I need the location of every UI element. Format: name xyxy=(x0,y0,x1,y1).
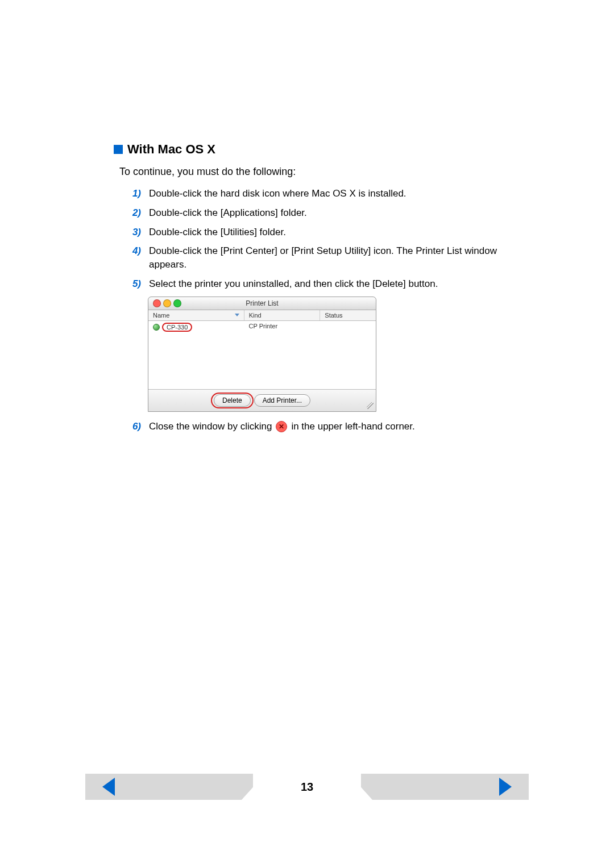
add-printer-button[interactable]: Add Printer... xyxy=(254,394,310,407)
step-item: 4) Double-click the [Print Center] or [P… xyxy=(125,244,529,272)
column-header-status[interactable]: Status xyxy=(320,310,376,320)
close-window-icon: ✕ xyxy=(276,421,287,432)
step-text: Double-click the hard disk icon where Ma… xyxy=(149,187,529,201)
step-number: 2) xyxy=(125,206,141,220)
resize-grip-icon[interactable] xyxy=(367,402,374,409)
column-header-kind[interactable]: Kind xyxy=(244,310,321,320)
embedded-screenshot: Printer List Name Kind Status CP-330 CP … xyxy=(148,297,529,412)
printer-list-window: Printer List Name Kind Status CP-330 CP … xyxy=(148,297,376,412)
nav-left-segment xyxy=(85,774,253,800)
steps-list: 1) Double-click the hard disk icon where… xyxy=(125,187,529,291)
close-icon[interactable] xyxy=(153,299,161,307)
cell-status xyxy=(320,323,376,332)
step-number: 1) xyxy=(125,187,141,201)
cell-name: CP-330 xyxy=(148,323,244,332)
step-text: Double-click the [Applications] folder. xyxy=(149,206,529,220)
step-item: 2) Double-click the [Applications] folde… xyxy=(125,206,529,220)
page-number: 13 xyxy=(301,781,313,794)
next-page-icon[interactable] xyxy=(499,778,512,796)
step-text: Double-click the [Print Center] or [Prin… xyxy=(149,244,529,272)
nav-right-segment xyxy=(361,774,529,800)
table-row[interactable]: CP-330 CP Printer xyxy=(148,321,376,333)
step-text: Close the window by clicking ✕ in the up… xyxy=(149,420,529,433)
step-text: Double-click the [Utilities] folder. xyxy=(149,226,529,239)
previous-page-icon[interactable] xyxy=(102,778,115,796)
step-number: 6) xyxy=(125,420,141,433)
step-number: 5) xyxy=(125,277,141,291)
delete-button-highlight: Delete xyxy=(214,394,251,407)
column-header-name[interactable]: Name xyxy=(148,310,244,320)
window-titlebar: Printer List xyxy=(148,297,376,310)
page-number-notch: 13 xyxy=(242,774,372,800)
delete-button[interactable]: Delete xyxy=(214,394,251,407)
cell-kind: CP Printer xyxy=(244,323,320,332)
section-heading: With Mac OS X xyxy=(114,142,529,157)
traffic-lights xyxy=(153,299,181,307)
table-header: Name Kind Status xyxy=(148,310,376,321)
table-body: CP-330 CP Printer xyxy=(148,321,376,390)
window-title: Printer List xyxy=(148,299,376,307)
default-printer-icon xyxy=(153,324,160,331)
sort-indicator-icon xyxy=(235,314,239,316)
highlighted-printer-name: CP-330 xyxy=(162,323,192,332)
step-number: 3) xyxy=(125,226,141,239)
page-navigation: 13 xyxy=(85,774,529,800)
heading-bullet-icon xyxy=(114,145,123,154)
document-page: With Mac OS X To continue, you must do t… xyxy=(0,0,614,433)
step-item: 5) Select the printer you uninstalled, a… xyxy=(125,277,529,291)
steps-list-continued: 6) Close the window by clicking ✕ in the… xyxy=(125,420,529,433)
step-item: 6) Close the window by clicking ✕ in the… xyxy=(125,420,529,433)
step-number: 4) xyxy=(125,244,141,272)
step-item: 3) Double-click the [Utilities] folder. xyxy=(125,226,529,239)
intro-text: To continue, you must do the following: xyxy=(119,166,529,178)
heading-text: With Mac OS X xyxy=(127,142,215,157)
minimize-icon[interactable] xyxy=(163,299,171,307)
step-text: Select the printer you uninstalled, and … xyxy=(149,277,529,291)
zoom-icon[interactable] xyxy=(173,299,181,307)
window-footer: Delete Add Printer... xyxy=(148,390,376,411)
step-item: 1) Double-click the hard disk icon where… xyxy=(125,187,529,201)
